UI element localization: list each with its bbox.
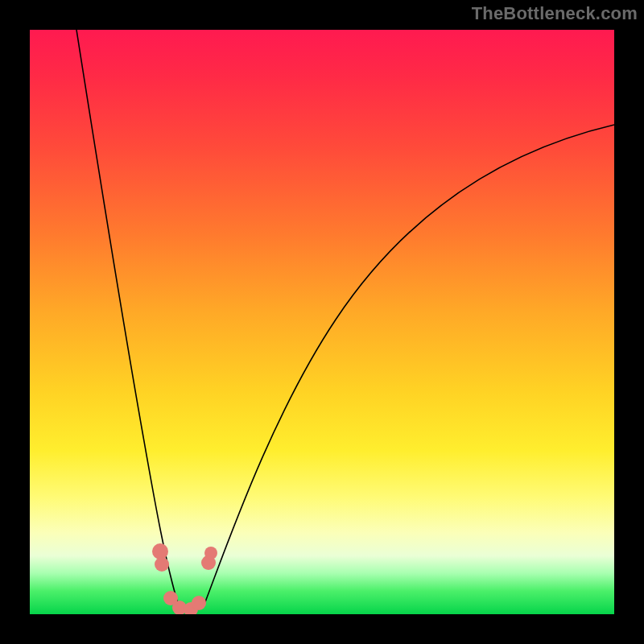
marker-dot [192,596,206,610]
marker-dot [152,543,168,559]
marker-dot [204,547,217,559]
marker-dot [155,557,169,572]
curve-right-branch [204,125,614,606]
curve-left-branch [76,30,179,606]
outer-frame: TheBottleneck.com [0,0,644,644]
watermark-text: TheBottleneck.com [472,3,638,24]
curve-layer [30,30,614,614]
plot-area [30,30,614,614]
